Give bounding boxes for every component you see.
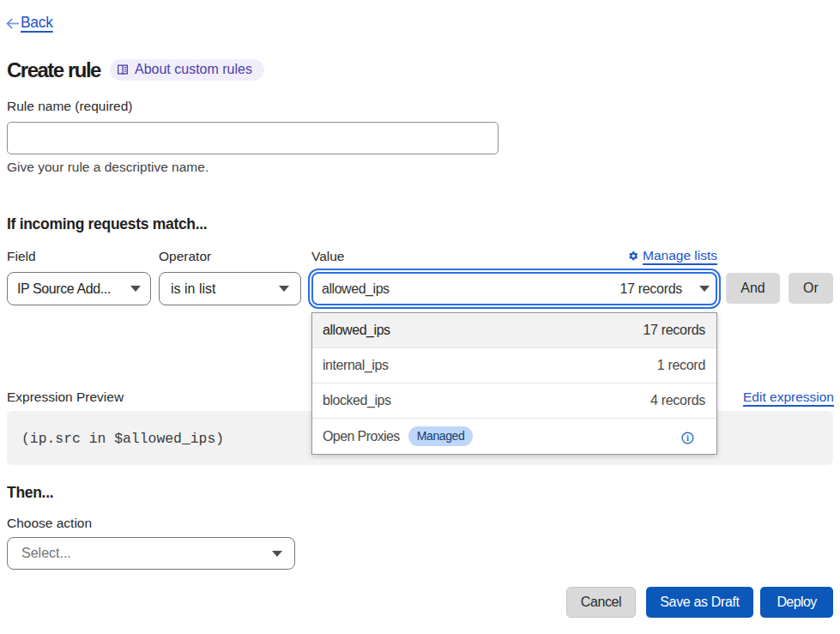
svg-text:i: i — [686, 433, 689, 443]
